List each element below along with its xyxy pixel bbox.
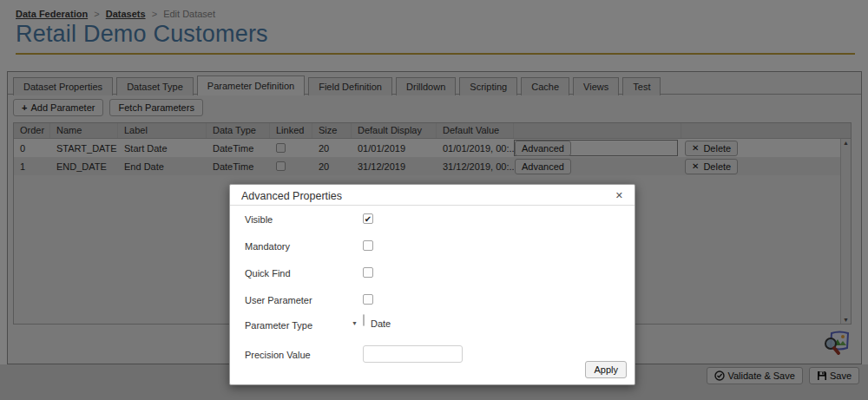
dialog-title: Advanced Properties bbox=[241, 190, 342, 202]
visible-checkbox[interactable]: ✔ bbox=[363, 213, 373, 224]
close-icon[interactable]: ✕ bbox=[613, 189, 626, 202]
field-label-quick-find: Quick Find bbox=[245, 268, 291, 279]
parameter-type-value: Date bbox=[371, 318, 391, 329]
field-label-user-parameter: User Parameter bbox=[245, 295, 312, 305]
precision-value-input[interactable] bbox=[363, 345, 463, 363]
field-label-visible: Visible bbox=[245, 214, 273, 225]
field-label-parameter-type: Parameter Type bbox=[245, 320, 312, 331]
advanced-properties-dialog: Advanced Properties ✕ Visible ✔ Mandator… bbox=[229, 184, 635, 385]
parameter-type-select[interactable]: Date ▼ bbox=[363, 314, 365, 326]
field-label-mandatory: Mandatory bbox=[245, 241, 290, 252]
field-label-precision-value: Precision Value bbox=[245, 350, 311, 360]
dialog-header: Advanced Properties ✕ bbox=[230, 185, 635, 206]
chevron-down-icon: ▼ bbox=[352, 320, 358, 326]
quick-find-checkbox[interactable] bbox=[363, 267, 373, 278]
mandatory-checkbox[interactable] bbox=[363, 240, 373, 251]
user-parameter-checkbox[interactable] bbox=[363, 294, 373, 305]
apply-button[interactable]: Apply bbox=[585, 361, 627, 378]
